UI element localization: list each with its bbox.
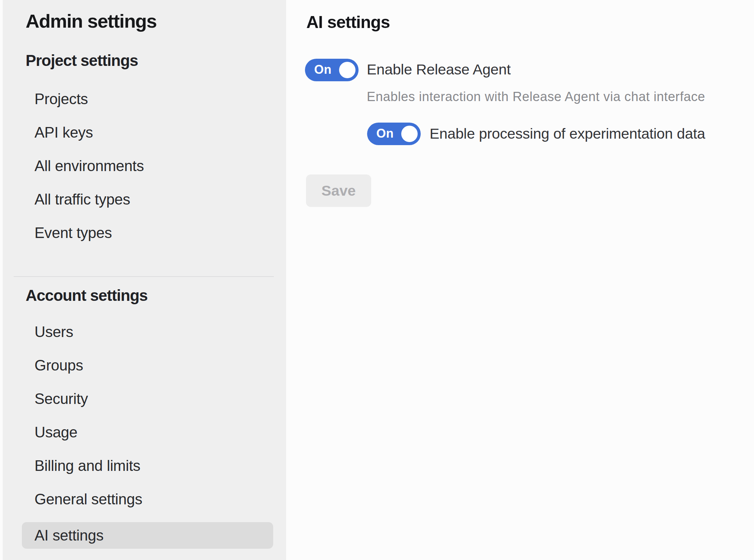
ai-settings-panel: AI settings On Enable Release Agent Enab…	[286, 0, 754, 560]
page-title: AI settings	[306, 12, 390, 33]
toggle-state-label: On	[376, 123, 394, 144]
sidebar-item-ai-settings[interactable]: AI settings	[22, 522, 273, 549]
sidebar-item-billing-and-limits[interactable]: Billing and limits	[34, 456, 140, 476]
sidebar-item-all-environments[interactable]: All environments	[34, 156, 144, 176]
experimentation-data-label: Enable processing of experimentation dat…	[430, 124, 705, 143]
sidebar-title: Admin settings	[26, 10, 156, 32]
release-agent-label: Enable Release Agent	[367, 59, 511, 79]
section-heading-project-settings: Project settings	[26, 50, 138, 71]
save-button[interactable]: Save	[306, 174, 371, 207]
section-heading-account-settings: Account settings	[26, 285, 148, 306]
sidebar-item-event-types[interactable]: Event types	[34, 223, 112, 243]
sidebar-item-all-traffic-types[interactable]: All traffic types	[34, 189, 130, 210]
sidebar: Admin settings Project settings Projects…	[3, 0, 286, 560]
sidebar-section-divider	[14, 276, 274, 277]
sidebar-item-general-settings[interactable]: General settings	[34, 489, 142, 509]
sidebar-item-usage[interactable]: Usage	[34, 422, 78, 443]
toggle-knob	[339, 62, 355, 78]
sidebar-item-projects[interactable]: Projects	[34, 89, 88, 109]
release-agent-description: Enables interaction with Release Agent v…	[367, 87, 705, 106]
experimentation-data-toggle[interactable]: On	[367, 123, 421, 145]
toggle-knob	[401, 126, 418, 142]
sidebar-item-api-keys[interactable]: API keys	[34, 122, 93, 143]
sidebar-item-groups[interactable]: Groups	[34, 355, 83, 376]
toggle-state-label: On	[314, 59, 332, 81]
release-agent-toggle[interactable]: On	[305, 59, 359, 81]
admin-settings-page: Admin settings Project settings Projects…	[0, 0, 754, 560]
sidebar-item-users[interactable]: Users	[34, 322, 73, 342]
sidebar-item-security[interactable]: Security	[34, 389, 88, 409]
